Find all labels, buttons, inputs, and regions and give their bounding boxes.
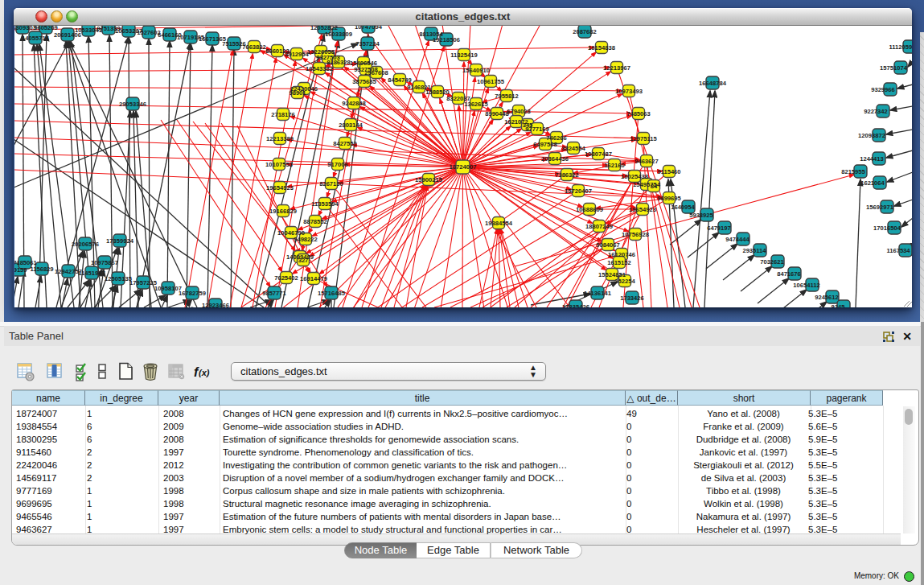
svg-text:9329966: 9329966 <box>871 86 895 93</box>
svg-text:9115460: 9115460 <box>657 168 680 175</box>
svg-text:15640910: 15640910 <box>462 67 490 74</box>
svg-text:18807249: 18807249 <box>585 223 613 230</box>
svg-text:1244413: 1244413 <box>860 155 884 163</box>
svg-text:5938925: 5938925 <box>689 212 713 219</box>
svg-text:16914479: 16914479 <box>300 275 327 282</box>
svg-text:2935114: 2935114 <box>742 247 766 254</box>
svg-text:10654112: 10654112 <box>793 282 819 289</box>
svg-text:9699695: 9699695 <box>657 195 681 202</box>
svg-text:1621064: 1621064 <box>860 179 885 187</box>
svg-text:29053346: 29053346 <box>119 101 146 108</box>
svg-text:8322037: 8322037 <box>446 95 470 102</box>
svg-text:162160: 162160 <box>604 162 624 169</box>
svg-text:327: 327 <box>298 257 309 264</box>
svg-text:10975867: 10975867 <box>91 259 118 266</box>
svg-text:(x): (x) <box>199 368 210 377</box>
svg-text:9245: 9245 <box>832 303 846 308</box>
svg-text:8471676: 8471676 <box>777 270 801 278</box>
svg-text:16309303: 16309303 <box>14 26 36 31</box>
svg-text:2967608: 2967608 <box>364 69 388 76</box>
svg-text:8427552: 8427552 <box>333 140 357 147</box>
svg-text:10807487: 10807487 <box>585 150 612 158</box>
svg-text:10961755: 10961755 <box>477 78 505 85</box>
svg-text:15716485: 15716485 <box>318 290 346 297</box>
svg-text:15900215: 15900215 <box>415 176 443 183</box>
svg-text:20206576: 20206576 <box>72 241 99 248</box>
svg-text:20691406: 20691406 <box>54 31 81 39</box>
svg-text:9245612: 9245612 <box>815 294 839 301</box>
svg-text:16648784: 16648784 <box>699 80 727 87</box>
svg-text:10958107: 10958107 <box>154 285 182 292</box>
svg-text:14055714: 14055714 <box>22 35 50 42</box>
svg-text:8990448: 8990448 <box>485 110 509 117</box>
svg-text:7386322: 7386322 <box>555 171 579 179</box>
svg-text:17335426: 17335426 <box>562 303 589 308</box>
svg-text:11353594: 11353594 <box>311 200 339 208</box>
svg-text:11451947: 11451947 <box>78 270 105 277</box>
svg-text:18724007: 18724007 <box>450 163 477 171</box>
svg-text:12093872: 12093872 <box>858 132 885 139</box>
svg-text:10046790: 10046790 <box>277 229 305 237</box>
svg-text:12505135: 12505135 <box>105 275 133 282</box>
svg-text:9084067: 9084067 <box>596 241 620 249</box>
svg-text:11325419: 11325419 <box>450 51 477 59</box>
svg-text:6497568: 6497568 <box>533 141 557 148</box>
svg-text:19218506: 19218506 <box>433 36 460 43</box>
svg-text:12213389: 12213389 <box>266 135 294 142</box>
svg-text:3824554: 3824554 <box>561 145 585 152</box>
svg-text:9463627: 9463627 <box>634 158 659 165</box>
svg-text:7663822: 7663822 <box>242 43 266 51</box>
svg-text:9857771: 9857771 <box>262 290 286 297</box>
svg-text:2803144: 2803144 <box>339 122 363 129</box>
svg-text:11120598: 11120598 <box>889 43 912 51</box>
svg-text:10688609: 10688609 <box>576 206 603 213</box>
svg-text:12923466: 12923466 <box>202 302 229 308</box>
svg-text:7625402: 7625402 <box>274 274 298 282</box>
svg-text:9227342: 9227342 <box>864 108 888 115</box>
svg-text:17359924: 17359924 <box>106 237 134 245</box>
svg-text:20364436: 20364436 <box>541 155 569 163</box>
svg-text:9777169: 9777169 <box>525 126 549 133</box>
svg-text:10107553: 10107553 <box>265 161 293 168</box>
svg-text:8912954: 8912954 <box>285 51 309 58</box>
svg-text:16543382: 16543382 <box>306 65 333 72</box>
svg-text:17016504: 17016504 <box>873 225 901 232</box>
svg-text:8267130: 8267130 <box>319 180 343 187</box>
svg-text:252254: 252254 <box>614 278 635 285</box>
svg-text:19654923: 19654923 <box>629 206 656 213</box>
svg-text:39159: 39159 <box>14 266 27 274</box>
svg-text:16782759: 16782759 <box>179 290 206 297</box>
svg-text:2087682: 2087682 <box>573 28 597 35</box>
svg-text:16120746: 16120746 <box>608 251 635 258</box>
svg-text:19654923: 19654923 <box>266 184 294 192</box>
svg-text:6479197: 6479197 <box>707 225 731 232</box>
svg-text:1640954: 1640954 <box>671 204 695 211</box>
svg-text:10756928: 10756928 <box>622 231 649 238</box>
svg-text:1167534: 1167534 <box>886 247 910 254</box>
svg-text:10973493: 10973493 <box>615 88 643 95</box>
svg-text:7032621: 7032621 <box>760 258 784 266</box>
svg-text:15692971: 15692971 <box>866 204 894 211</box>
svg-text:3875685: 3875685 <box>352 78 376 85</box>
svg-text:9498222: 9498222 <box>294 236 318 243</box>
svg-text:10747094: 10747094 <box>355 26 383 31</box>
svg-text:8215955: 8215955 <box>841 168 865 175</box>
svg-text:19166829: 19166829 <box>269 208 297 215</box>
svg-text:16154838: 16154838 <box>588 44 615 51</box>
svg-text:17957225: 17957225 <box>129 279 158 286</box>
svg-text:14136141: 14136141 <box>584 290 612 297</box>
svg-text:7955812: 7955812 <box>495 93 519 100</box>
svg-text:8454749: 8454749 <box>388 76 412 84</box>
svg-text:2718176: 2718176 <box>271 111 295 118</box>
svg-text:9242848: 9242848 <box>342 100 366 107</box>
svg-text:98901: 98901 <box>289 89 306 97</box>
svg-text:15720407: 15720407 <box>565 187 592 195</box>
svg-text:15751074: 15751074 <box>880 64 908 72</box>
svg-text:1733426: 1733426 <box>620 295 644 302</box>
svg-text:10025438: 10025438 <box>621 173 648 180</box>
svg-text:8878552: 8878552 <box>303 218 327 225</box>
svg-text:9474444: 9474444 <box>725 236 749 243</box>
svg-text:7485063: 7485063 <box>626 110 651 117</box>
svg-text:1615152: 1615152 <box>607 259 631 266</box>
svg-text:12975115: 12975115 <box>630 135 657 142</box>
